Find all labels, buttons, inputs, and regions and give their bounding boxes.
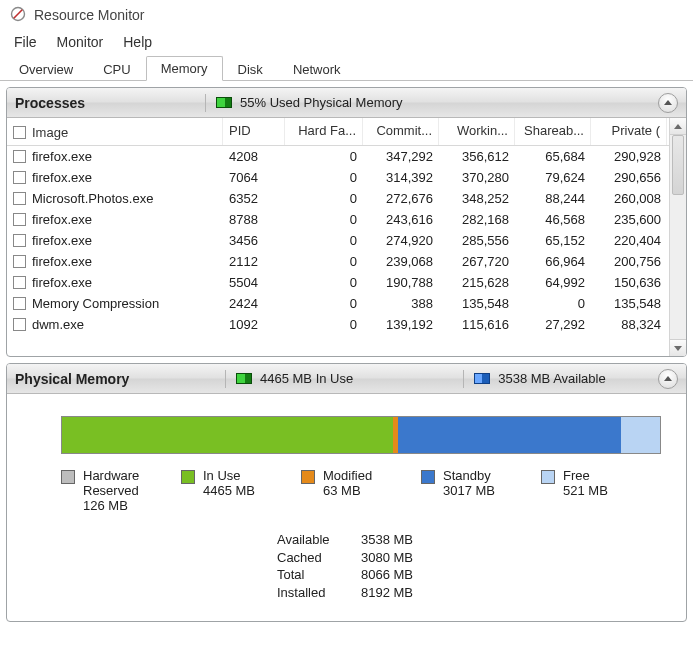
cell-private: 290,656 (591, 170, 667, 185)
table-row[interactable]: firefox.exe70640314,392370,28079,624290,… (7, 167, 669, 188)
mem-segment (398, 417, 622, 453)
table-row[interactable]: firefox.exe55040190,788215,62864,992150,… (7, 272, 669, 293)
processes-collapse-button[interactable] (658, 93, 678, 113)
cell-private: 235,600 (591, 212, 667, 227)
cell-image: firefox.exe (32, 170, 92, 185)
legend-inuse-value: 4465 MB (203, 483, 255, 498)
row-checkbox[interactable] (13, 213, 26, 226)
tab-cpu[interactable]: CPU (88, 57, 145, 81)
table-row[interactable]: dwm.exe10920139,192115,61627,29288,324 (7, 314, 669, 335)
row-checkbox[interactable] (13, 255, 26, 268)
col-working[interactable]: Workin... (439, 118, 515, 145)
table-row[interactable]: firefox.exe34560274,920285,55665,152220,… (7, 230, 669, 251)
vertical-scrollbar[interactable] (669, 118, 686, 356)
summary-available-k: Available (277, 531, 347, 549)
header-separator (463, 370, 464, 388)
cell-hard: 0 (285, 212, 363, 227)
cell-private: 290,928 (591, 149, 667, 164)
menubar: File Monitor Help (0, 30, 693, 54)
table-row[interactable]: firefox.exe87880243,616282,16846,568235,… (7, 209, 669, 230)
col-image-label: Image (32, 125, 68, 140)
swatch-modified (301, 470, 315, 484)
window-title: Resource Monitor (34, 7, 145, 23)
row-checkbox[interactable] (13, 192, 26, 205)
physical-memory-body: HardwareReserved 126 MB In Use 4465 MB M… (7, 394, 686, 621)
app-icon (10, 6, 26, 25)
tab-memory[interactable]: Memory (146, 56, 223, 81)
tab-network[interactable]: Network (278, 57, 356, 81)
header-separator (225, 370, 226, 388)
summary-available-v: 3538 MB (361, 531, 413, 549)
physical-memory-header[interactable]: Physical Memory 4465 MB In Use 3538 MB A… (7, 364, 686, 394)
cell-hard: 0 (285, 170, 363, 185)
cell-hard: 0 (285, 149, 363, 164)
cell-working: 215,628 (439, 275, 515, 290)
cell-pid: 6352 (223, 191, 285, 206)
col-image[interactable]: Image (7, 118, 223, 145)
legend-hw-value: 126 MB (83, 498, 139, 513)
cell-commit: 139,192 (363, 317, 439, 332)
cell-private: 150,636 (591, 275, 667, 290)
cell-pid: 3456 (223, 233, 285, 248)
cell-image: firefox.exe (32, 149, 92, 164)
summary-total-k: Total (277, 566, 347, 584)
row-checkbox[interactable] (13, 234, 26, 247)
table-row[interactable]: Microsoft.Photos.exe63520272,676348,2528… (7, 188, 669, 209)
col-pid[interactable]: PID (223, 118, 285, 145)
menu-monitor[interactable]: Monitor (47, 32, 114, 52)
cell-image: Microsoft.Photos.exe (32, 191, 153, 206)
mem-segment (621, 417, 660, 453)
cell-shareable: 64,992 (515, 275, 591, 290)
cell-hard: 0 (285, 233, 363, 248)
col-commit[interactable]: Commit... (363, 118, 439, 145)
cell-working: 135,548 (439, 296, 515, 311)
menu-help[interactable]: Help (113, 32, 162, 52)
col-hard-faults[interactable]: Hard Fa... (285, 118, 363, 145)
cell-hard: 0 (285, 275, 363, 290)
cell-private: 260,008 (591, 191, 667, 206)
tabbar: Overview CPU Memory Disk Network (0, 54, 693, 81)
cell-shareable: 0 (515, 296, 591, 311)
menu-file[interactable]: File (4, 32, 47, 52)
scroll-track[interactable] (670, 135, 686, 339)
row-checkbox[interactable] (13, 171, 26, 184)
col-shareable[interactable]: Shareab... (515, 118, 591, 145)
table-row[interactable]: firefox.exe42080347,292356,61265,684290,… (7, 146, 669, 167)
memory-collapse-button[interactable] (658, 369, 678, 389)
summary-cached-k: Cached (277, 549, 347, 567)
row-checkbox[interactable] (13, 318, 26, 331)
available-meter-icon (474, 373, 490, 384)
swatch-standby (421, 470, 435, 484)
tab-overview[interactable]: Overview (4, 57, 88, 81)
cell-image: firefox.exe (32, 212, 92, 227)
svg-line-1 (14, 9, 22, 17)
cell-hard: 0 (285, 254, 363, 269)
triangle-down-icon (674, 346, 682, 351)
cell-working: 348,252 (439, 191, 515, 206)
tab-disk[interactable]: Disk (223, 57, 278, 81)
cell-hard: 0 (285, 191, 363, 206)
cell-commit: 314,392 (363, 170, 439, 185)
cell-commit: 347,292 (363, 149, 439, 164)
table-row[interactable]: Memory Compression24240388135,5480135,54… (7, 293, 669, 314)
scroll-up-button[interactable] (670, 118, 686, 135)
in-use-text: 4465 MB In Use (260, 371, 353, 386)
row-checkbox[interactable] (13, 276, 26, 289)
header-checkbox[interactable] (13, 126, 26, 139)
cell-shareable: 27,292 (515, 317, 591, 332)
processes-header[interactable]: Processes 55% Used Physical Memory (7, 88, 686, 118)
scroll-thumb[interactable] (672, 135, 684, 195)
chevron-up-icon (664, 100, 672, 105)
row-checkbox[interactable] (13, 297, 26, 310)
cell-pid: 1092 (223, 317, 285, 332)
cell-commit: 190,788 (363, 275, 439, 290)
chevron-up-icon (664, 376, 672, 381)
scroll-down-button[interactable] (670, 339, 686, 356)
row-checkbox[interactable] (13, 150, 26, 163)
table-row[interactable]: firefox.exe21120239,068267,72066,964200,… (7, 251, 669, 272)
cell-pid: 8788 (223, 212, 285, 227)
col-private[interactable]: Private ( (591, 118, 667, 145)
legend-mod-value: 63 MB (323, 483, 372, 498)
summary-total-v: 8066 MB (361, 566, 413, 584)
cell-pid: 4208 (223, 149, 285, 164)
